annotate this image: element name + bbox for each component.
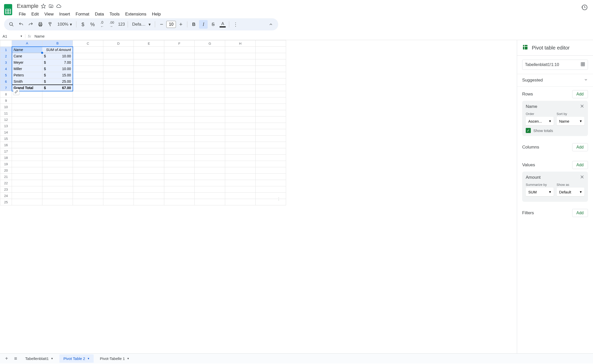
row-header-2[interactable]: 2 xyxy=(0,53,12,59)
cell[interactable] xyxy=(103,85,134,91)
cell[interactable] xyxy=(134,59,164,66)
cell[interactable] xyxy=(164,174,195,180)
cell[interactable] xyxy=(134,148,164,155)
redo-icon[interactable] xyxy=(26,20,35,29)
cell[interactable] xyxy=(42,91,73,97)
cell-b3[interactable]: $7.00 xyxy=(42,59,73,66)
cell[interactable] xyxy=(256,186,286,193)
cell[interactable] xyxy=(256,167,286,174)
cell-b5[interactable]: $15.00 xyxy=(42,72,73,78)
cell[interactable] xyxy=(12,110,42,117)
cell[interactable] xyxy=(103,53,134,59)
spreadsheet-grid[interactable]: A B C D E F G H 1 Name SUM of Amount xyxy=(0,40,517,353)
cell[interactable] xyxy=(195,91,225,97)
cell[interactable] xyxy=(103,148,134,155)
cell[interactable] xyxy=(134,174,164,180)
cell[interactable] xyxy=(12,167,42,174)
row-header[interactable]: 21 xyxy=(0,174,12,180)
row-header[interactable]: 20 xyxy=(0,167,12,174)
cell[interactable] xyxy=(103,193,134,199)
suggested-section[interactable]: Suggested xyxy=(517,74,593,87)
cell-a1[interactable]: Name xyxy=(12,47,42,53)
cell[interactable] xyxy=(42,161,73,167)
cell-a5[interactable]: Peters xyxy=(12,72,42,78)
cell[interactable] xyxy=(42,129,73,136)
cell[interactable] xyxy=(195,174,225,180)
cloud-icon[interactable] xyxy=(56,3,61,9)
star-icon[interactable] xyxy=(41,3,46,9)
cell[interactable] xyxy=(42,136,73,142)
cell[interactable] xyxy=(225,174,256,180)
cell[interactable] xyxy=(164,104,195,110)
cell[interactable] xyxy=(103,66,134,72)
cell[interactable] xyxy=(164,136,195,142)
cell[interactable] xyxy=(225,186,256,193)
cell[interactable] xyxy=(164,193,195,199)
cell[interactable] xyxy=(73,155,103,161)
cell[interactable] xyxy=(256,148,286,155)
cell[interactable] xyxy=(103,110,134,117)
select-range-icon[interactable] xyxy=(581,62,585,68)
menu-data[interactable]: Data xyxy=(92,11,107,18)
collapse-toolbar-icon[interactable] xyxy=(267,20,275,29)
cell[interactable] xyxy=(42,142,73,148)
add-value-button[interactable]: Add xyxy=(572,161,588,169)
drag-handle-icon[interactable]: ⋮ xyxy=(277,197,281,202)
add-row-button[interactable]: Add xyxy=(572,90,588,98)
col-header-e[interactable]: E xyxy=(134,40,164,47)
cell[interactable] xyxy=(195,66,225,72)
cell[interactable] xyxy=(256,97,286,104)
cell[interactable] xyxy=(225,110,256,117)
cell[interactable] xyxy=(164,47,195,53)
cell-b4[interactable]: $10.00 xyxy=(42,66,73,72)
cell[interactable] xyxy=(73,78,103,85)
cell[interactable] xyxy=(195,155,225,161)
cell[interactable] xyxy=(225,129,256,136)
cell[interactable] xyxy=(42,123,73,129)
cell[interactable] xyxy=(195,199,225,205)
cell-a3[interactable]: Meyer xyxy=(12,59,42,66)
cell[interactable] xyxy=(225,123,256,129)
cell[interactable] xyxy=(225,142,256,148)
row-header[interactable]: 16 xyxy=(0,142,12,148)
cell[interactable] xyxy=(134,199,164,205)
cell[interactable] xyxy=(134,161,164,167)
decrease-decimal-icon[interactable]: .0← xyxy=(98,20,106,29)
row-header[interactable]: 10 xyxy=(0,104,12,110)
cell[interactable] xyxy=(195,123,225,129)
cell[interactable] xyxy=(195,85,225,91)
cell[interactable] xyxy=(103,161,134,167)
cell[interactable] xyxy=(73,180,103,186)
cell[interactable] xyxy=(103,47,134,53)
cell[interactable] xyxy=(73,186,103,193)
cell[interactable] xyxy=(164,161,195,167)
cell[interactable] xyxy=(42,174,73,180)
history-icon[interactable] xyxy=(581,4,588,12)
cell[interactable] xyxy=(195,59,225,66)
cell[interactable] xyxy=(73,53,103,59)
cell-a2[interactable]: Cane xyxy=(12,53,42,59)
cell[interactable] xyxy=(42,193,73,199)
col-header-b[interactable]: B xyxy=(42,40,73,47)
cell[interactable] xyxy=(164,186,195,193)
cell[interactable] xyxy=(42,104,73,110)
cell[interactable] xyxy=(103,186,134,193)
cell[interactable] xyxy=(134,66,164,72)
italic-icon[interactable]: I xyxy=(199,20,208,29)
cell[interactable] xyxy=(225,78,256,85)
cell[interactable] xyxy=(134,180,164,186)
cell[interactable] xyxy=(256,142,286,148)
cell[interactable] xyxy=(12,148,42,155)
cell[interactable] xyxy=(73,85,103,91)
edit-pivot-icon[interactable] xyxy=(13,89,19,95)
col-header-a[interactable]: A xyxy=(12,40,42,47)
cell[interactable] xyxy=(225,85,256,91)
cell[interactable] xyxy=(164,167,195,174)
selection-handle[interactable] xyxy=(41,52,43,54)
zoom-select[interactable]: 100% ▾ xyxy=(55,22,74,27)
row-header[interactable]: 19 xyxy=(0,161,12,167)
col-header-g[interactable]: G xyxy=(195,40,225,47)
select-all-cell[interactable] xyxy=(0,40,12,47)
cell[interactable] xyxy=(73,66,103,72)
cell[interactable] xyxy=(225,117,256,123)
